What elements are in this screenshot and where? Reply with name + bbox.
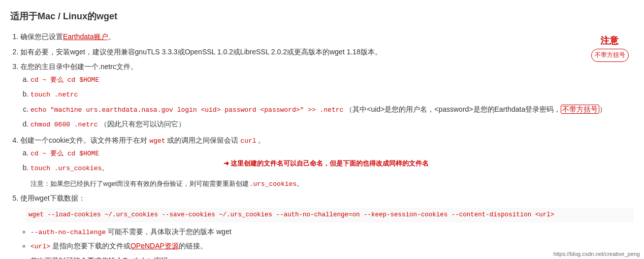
step3d-text: （因此只有您可以访问它）	[100, 120, 185, 128]
step1-text-before: 确保您已设置	[20, 33, 63, 41]
step3b: touch .netrc	[30, 88, 634, 101]
step3a: cd ~ 要么 cd $HOME	[30, 73, 634, 86]
step5-bullet2: <url> 是指向您要下载的文件或OPeNDAP资源的链接。	[30, 240, 634, 252]
step-3: 在您的主目录中创建一个.netrc文件。 cd ~ 要么 cd $HOME to…	[20, 60, 634, 131]
step3d: chmod 0600 .netrc （因此只有您可以访问它）	[30, 118, 634, 131]
step2-text: 如有必要，安装wget，建议使用兼容gnuTLS 3.3.3或OpenSSL 1…	[20, 48, 382, 56]
steps-list: 确保您已设置Earthdata账户。 如有必要，安装wget，建议使用兼容gnu…	[20, 30, 634, 259]
step4-text1: 创建一个cookie文件。该文件将用于在对	[20, 136, 149, 144]
annotation-note-label: 注意	[600, 33, 619, 49]
step4a-code: cd ~ 要么 cd $HOME	[30, 150, 99, 157]
step4b-code: touch .urs_cookies	[30, 165, 102, 172]
step4-note: 注意：如果您已经执行了wget而没有有效的身份验证，则可能需要重新创建.urs_…	[30, 178, 634, 190]
bullet3-text: 首次下载时可能会要求您输入Earthdata密码	[30, 256, 168, 259]
step5-main-code: wget --load-cookies ~/.urs_cookies --sav…	[25, 208, 634, 222]
bottom-url: https://blog.csdn.net/creative_peng	[553, 251, 640, 257]
annotation-filename-arrow: ➜ 这里创建的文件名可以自己命名，但是下面的也得改成同样的文件名	[223, 158, 429, 170]
step3-text: 在您的主目录中创建一个.netrc文件。	[20, 62, 138, 71]
main-content: 适用于Mac / Linux的wget 确保您已设置Earthdata账户。 如…	[10, 8, 634, 259]
step-5: 使用wget下载数据： wget --load-cookies ~/.urs_c…	[20, 192, 634, 259]
step3d-code: chmod 0600 .netrc	[30, 121, 98, 128]
step4-wget: wget	[149, 137, 165, 145]
step1-link[interactable]: Earthdata账户	[63, 33, 108, 41]
step3c-text: （其中<uid>是您的用户名，<password>是您的Earthdata登录密…	[345, 105, 561, 113]
step-2: 如有必要，安装wget，建议使用兼容gnuTLS 3.3.3或OpenSSL 1…	[20, 46, 634, 58]
bullet2-text1: 是指向您要下载的文件或	[50, 242, 131, 250]
step4-text3: 。	[256, 136, 266, 144]
step4-text2: 或的调用之间保留会话	[166, 136, 241, 144]
step4-curl: curl	[240, 137, 256, 145]
step3c-note: 不带方括号	[561, 105, 599, 114]
bullet2-code: <url>	[30, 243, 50, 250]
bullet1-text: 可能不需要，具体取决于您的版本 wget	[106, 228, 231, 236]
step3c-code: echo "machine urs.earthdata.nasa.gov log…	[30, 106, 343, 114]
step-1: 确保您已设置Earthdata账户。	[20, 30, 634, 43]
step5-bullets: --auth-no-challenge 可能不需要，具体取决于您的版本 wget…	[30, 225, 634, 259]
step4-note-code: .urs_cookies	[249, 180, 297, 188]
bullet2-text2: 的链接。	[179, 242, 207, 250]
bullet1-code: --auth-no-challenge	[30, 229, 106, 236]
step3c: echo "machine urs.earthdata.nasa.gov log…	[30, 103, 634, 116]
step3-sublist: cd ~ 要么 cd $HOME touch .netrc echo "mach…	[30, 73, 634, 131]
step3b-code: touch .netrc	[30, 91, 78, 99]
step5-bullet1: --auth-no-challenge 可能不需要，具体取决于您的版本 wget	[30, 225, 634, 238]
step3a-code: cd ~ 要么 cd $HOME	[30, 76, 99, 84]
step5-bullet3: 首次下载时可能会要求您输入Earthdata密码	[30, 254, 634, 259]
bullet2-link[interactable]: OPeNDAP资源	[131, 242, 179, 250]
page-title: 适用于Mac / Linux的wget	[10, 8, 634, 24]
step5-text: 使用wget下载数据：	[20, 194, 85, 202]
annotation-arrow-bracket: 不带方括号	[591, 49, 629, 62]
step1-text-after: 。	[108, 33, 115, 41]
